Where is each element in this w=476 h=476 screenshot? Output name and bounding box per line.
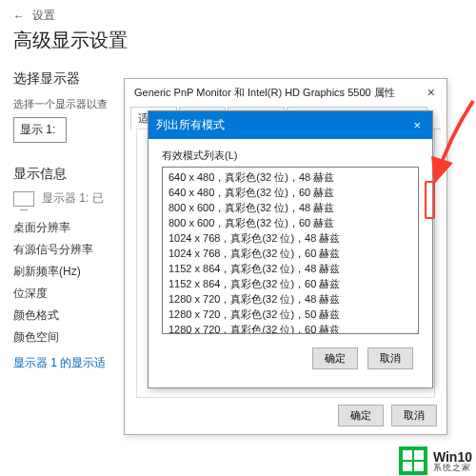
list-item[interactable]: 1152 x 864，真彩色(32 位)，48 赫兹 [169, 261, 416, 276]
modes-dialog-title: 列出所有模式 [156, 117, 225, 133]
cancel-button[interactable]: 取消 [367, 347, 413, 369]
annotation-highlight [425, 181, 435, 219]
breadcrumb-label: 设置 [32, 8, 55, 24]
close-icon[interactable]: × [424, 85, 439, 100]
ok-button[interactable]: 确定 [338, 405, 384, 426]
windows-logo-icon [399, 446, 427, 475]
monitor-status-label: 显示器 1: 已 [42, 190, 104, 207]
list-all-modes-dialog: 列出所有模式 × 有效模式列表(L) 640 x 480，真彩色(32 位)，4… [148, 110, 433, 388]
list-item[interactable]: 640 x 480，真彩色(32 位)，48 赫兹 [169, 169, 416, 185]
back-icon[interactable]: ← [13, 10, 25, 23]
dialog-title: Generic PnP Monitor 和 Intel(R) HD Graphi… [134, 86, 395, 100]
display-dropdown[interactable]: 显示 1: [13, 117, 67, 143]
list-item[interactable]: 640 x 480，真彩色(32 位)，60 赫兹 [169, 185, 416, 200]
modes-listbox[interactable]: 640 x 480，真彩色(32 位)，48 赫兹 640 x 480，真彩色(… [162, 167, 419, 334]
watermark: Win10 系统之家 [399, 446, 476, 476]
list-item[interactable]: 1152 x 864，真彩色(32 位)，60 赫兹 [169, 276, 416, 291]
close-icon[interactable]: × [409, 118, 425, 132]
modes-list-label: 有效模式列表(L) [162, 149, 419, 163]
ok-button[interactable]: 确定 [312, 347, 358, 369]
list-item[interactable]: 1280 x 720，真彩色(32 位)，48 赫兹 [169, 291, 416, 307]
list-item[interactable]: 1024 x 768，真彩色(32 位)，60 赫兹 [169, 246, 416, 261]
page-title: 高级显示设置 [13, 28, 463, 53]
breadcrumb: ← 设置 [13, 8, 463, 24]
list-item[interactable]: 1280 x 720，真彩色(32 位)，50 赫兹 [169, 307, 416, 322]
cancel-button[interactable]: 取消 [391, 405, 437, 426]
list-item[interactable]: 800 x 600，真彩色(32 位)，48 赫兹 [169, 200, 416, 215]
list-item[interactable]: 1280 x 720，真彩色(32 位)，60 赫兹 [169, 322, 416, 334]
list-item[interactable]: 1024 x 768，真彩色(32 位)，48 赫兹 [169, 230, 416, 246]
list-item[interactable]: 800 x 600，真彩色(32 位)，60 赫兹 [169, 215, 416, 230]
watermark-line2: 系统之家 [433, 464, 472, 472]
watermark-line1: Win10 [433, 450, 472, 464]
monitor-icon [13, 191, 34, 207]
